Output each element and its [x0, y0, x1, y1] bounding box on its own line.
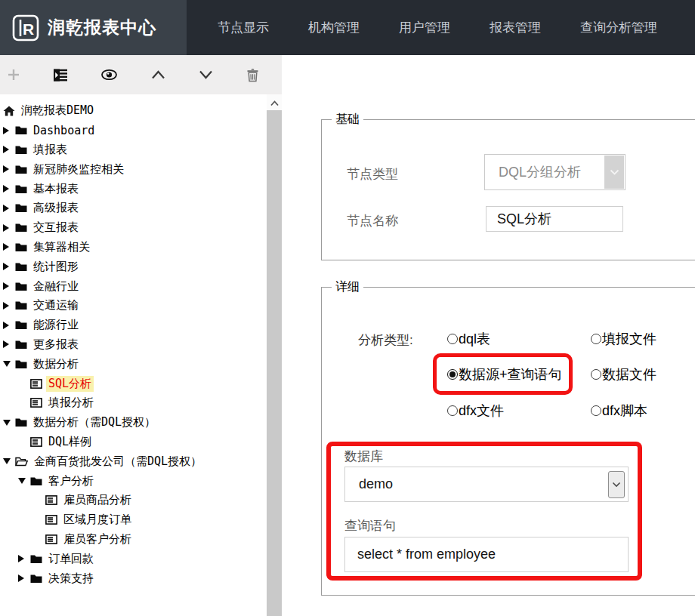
tree-item[interactable]: 客户分析	[0, 471, 267, 491]
eye-icon	[101, 69, 117, 81]
tree-item[interactable]: 统计图形	[0, 257, 267, 276]
node-type-select[interactable]: DQL分组分析	[484, 154, 626, 190]
folder-icon	[15, 145, 27, 155]
tree-toolbar	[0, 55, 282, 94]
delete-node-button[interactable]	[246, 68, 259, 82]
folder-icon	[15, 282, 27, 291]
analysis-type-label: 分析类型:	[358, 331, 413, 349]
tree-item[interactable]: 数据分析	[0, 354, 267, 374]
main-menu: 节点显示 机构管理 用户管理 报表管理 查询分析管理	[218, 0, 657, 55]
tree-item-label: 能源行业	[31, 317, 81, 333]
tree-item[interactable]: SQL分析	[0, 374, 267, 393]
tree-item[interactable]: 能源行业	[0, 316, 267, 335]
nav-item-user-management[interactable]: 用户管理	[399, 19, 450, 36]
query-statement-input[interactable]: select * from employee	[344, 537, 629, 572]
app-logo-block[interactable]: R 润乾报表中心	[0, 0, 187, 55]
tree-expand-arrow[interactable]	[3, 322, 15, 329]
tree-expand-arrow[interactable]	[18, 574, 30, 582]
radio-option-label: dfx脚本	[602, 402, 647, 420]
tree-item-label: 金商百货批发公司（需DQL授权）	[32, 454, 204, 470]
node-type-dropdown-button[interactable]	[604, 156, 624, 189]
database-select[interactable]: demo	[344, 467, 629, 502]
tree-item[interactable]: 润乾报表DEMO	[0, 101, 267, 121]
tree-expand-arrow[interactable]	[3, 340, 15, 348]
tree-item-label: 统计图形	[31, 259, 81, 275]
tree-item[interactable]: 高级报表	[0, 199, 267, 218]
tree-item-label: 雇员客户分析	[61, 531, 134, 547]
node-name-input[interactable]: SQL分析	[486, 206, 623, 232]
tree-expand-arrow[interactable]	[3, 361, 15, 367]
add-node-button[interactable]	[7, 68, 20, 82]
tree-item[interactable]: 雇员客户分析	[0, 530, 267, 550]
analysis-type-option[interactable]: 数据源+查询语句	[447, 365, 591, 383]
trash-icon	[246, 68, 259, 82]
tree-expand-arrow[interactable]	[3, 243, 15, 251]
tree-item[interactable]: 填报分析	[0, 393, 267, 413]
analysis-type-option[interactable]: dfx脚本	[591, 402, 656, 420]
tree-item-label: 交互报表	[31, 220, 81, 236]
node-type-label: 节点类型	[347, 165, 398, 183]
move-up-button[interactable]	[151, 69, 165, 80]
radio-button-icon	[447, 405, 458, 416]
app-window: R 润乾报表中心 节点显示 机构管理 用户管理 报表管理 查询分析管理	[0, 0, 695, 616]
tree-item[interactable]: 基本报表	[0, 179, 267, 199]
database-value: demo	[345, 476, 393, 492]
report-icon	[45, 515, 57, 525]
radio-button-icon	[591, 405, 601, 416]
tree-item[interactable]: 订单回款	[0, 549, 267, 568]
tree-expand-arrow[interactable]	[3, 165, 15, 173]
tree-item[interactable]: DQL样例	[0, 433, 267, 452]
home-icon	[3, 106, 15, 116]
tree-expand-arrow[interactable]	[3, 302, 15, 310]
tree-item[interactable]: 交互报表	[0, 218, 267, 238]
scrollbar-thumb[interactable]	[267, 110, 282, 616]
nav-item-report-management[interactable]: 报表管理	[490, 19, 541, 36]
tree-expand-arrow[interactable]	[3, 205, 15, 212]
report-icon	[45, 534, 57, 544]
nav-item-node-display[interactable]: 节点显示	[218, 19, 269, 36]
nav-item-org-management[interactable]: 机构管理	[308, 19, 360, 36]
folder-icon	[15, 165, 27, 174]
tree-list-button[interactable]	[54, 69, 68, 82]
tree-item[interactable]: 区域月度订单	[0, 510, 267, 530]
analysis-type-option[interactable]: dql表	[447, 330, 591, 348]
tree-item[interactable]: 更多报表	[0, 335, 267, 355]
tree-item[interactable]: 雇员商品分析	[0, 491, 267, 510]
tree-expand-arrow[interactable]	[3, 458, 15, 464]
analysis-type-option[interactable]: 数据文件	[591, 365, 656, 383]
folder-icon	[15, 359, 27, 369]
tree-expand-arrow[interactable]	[3, 263, 15, 270]
analysis-type-option[interactable]: dfx文件	[447, 402, 591, 420]
preview-button[interactable]	[101, 69, 117, 81]
top-navigation-bar: R 润乾报表中心 节点显示 机构管理 用户管理 报表管理 查询分析管理	[0, 0, 695, 55]
folder-icon	[15, 184, 27, 194]
move-down-button[interactable]	[199, 69, 213, 80]
scrollbar-up-button[interactable]	[267, 97, 282, 110]
tree-item[interactable]: 金融行业	[0, 276, 267, 296]
analysis-type-option[interactable]: 填报文件	[591, 330, 656, 348]
tree-item[interactable]: 交通运输	[0, 296, 267, 316]
tree-expand-arrow[interactable]	[18, 478, 30, 484]
tree-item[interactable]: 决策支持	[0, 568, 267, 588]
folder-icon	[30, 476, 42, 486]
tree-item-label: 雇员商品分析	[61, 492, 134, 508]
tree-item[interactable]: 集算器相关	[0, 238, 267, 257]
chevron-up-icon	[270, 100, 279, 106]
tree-expand-arrow[interactable]	[3, 146, 15, 153]
tree-expand-arrow[interactable]	[3, 282, 15, 290]
tree-expand-arrow[interactable]	[3, 420, 15, 426]
tree-expand-arrow[interactable]	[3, 224, 15, 232]
tree-item[interactable]: Dashboard	[0, 121, 267, 140]
tree-item[interactable]: 填报表	[0, 140, 267, 160]
radio-button-icon	[591, 369, 601, 380]
database-dropdown-button[interactable]	[608, 471, 625, 498]
tree-expand-arrow[interactable]	[3, 185, 15, 192]
tree-item[interactable]: 新冠肺炎监控相关	[0, 159, 267, 179]
tree-expand-arrow[interactable]	[3, 127, 15, 134]
tree-expand-arrow[interactable]	[18, 555, 30, 562]
folder-icon	[15, 300, 27, 310]
tree-item[interactable]: 数据分析（需DQL授权）	[0, 413, 267, 433]
radio-button-icon	[447, 369, 458, 380]
nav-item-query-analysis-management[interactable]: 查询分析管理	[580, 19, 657, 36]
tree-item[interactable]: 金商百货批发公司（需DQL授权）	[0, 451, 267, 471]
